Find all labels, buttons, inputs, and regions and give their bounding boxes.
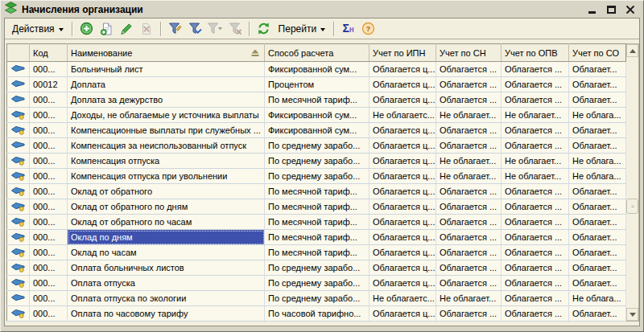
cell-opv[interactable]: Облагается ... bbox=[502, 62, 569, 77]
table-row[interactable]: 000...Больничный листФиксированной сум..… bbox=[7, 62, 626, 77]
cell-opv[interactable]: Облагается ... bbox=[502, 230, 569, 245]
cell-sn[interactable]: Облагается ... bbox=[436, 230, 502, 245]
cell-opv[interactable]: Облагается ... bbox=[502, 199, 569, 215]
scroll-up-button[interactable] bbox=[626, 44, 638, 57]
minimize-button[interactable] bbox=[587, 5, 597, 14]
cell-code[interactable]: 000... bbox=[30, 123, 68, 138]
cell-method[interactable]: Фиксированной сум... bbox=[265, 108, 369, 123]
cell-sn[interactable]: Облагается ... bbox=[436, 276, 502, 291]
cell-so[interactable]: Не облага... bbox=[569, 154, 626, 169]
cell-ipn[interactable]: Облагается ц... bbox=[369, 199, 436, 215]
cell-opv[interactable]: Облагается ... bbox=[502, 123, 569, 138]
cell-code[interactable]: 000... bbox=[30, 199, 68, 215]
cell-code[interactable]: 000... bbox=[30, 92, 68, 108]
cell-sn[interactable]: Облагается ... bbox=[436, 138, 502, 154]
header-opv[interactable]: Учет по ОПВ bbox=[502, 44, 569, 62]
filter-by-value-button[interactable] bbox=[186, 20, 204, 38]
filter-clear-button[interactable] bbox=[226, 20, 245, 38]
cell-so[interactable]: Облагает... bbox=[569, 230, 626, 245]
vertical-scrollbar[interactable] bbox=[626, 43, 639, 322]
cell-name[interactable]: Оклад по дням bbox=[68, 230, 265, 245]
header-ipn[interactable]: Учет по ИПН bbox=[369, 44, 436, 62]
cell-ipn[interactable]: Облагается ц... bbox=[369, 306, 436, 322]
cell-opv[interactable]: Облагается ... bbox=[502, 92, 569, 108]
cell-so[interactable]: Облагает... bbox=[569, 184, 626, 199]
cell-so[interactable]: Облагает... bbox=[569, 199, 626, 215]
cell-ipn[interactable]: Облагается ц... bbox=[369, 215, 436, 230]
cell-method[interactable]: Фиксированной сум... bbox=[265, 123, 369, 138]
cell-sn[interactable]: Облагается ... bbox=[436, 199, 502, 215]
cell-ipn[interactable]: Облагается ц... bbox=[369, 62, 436, 77]
cell-name[interactable]: Оклад от обратного по часам bbox=[68, 215, 265, 230]
cell-sn[interactable]: Облагается ... bbox=[436, 62, 502, 77]
table-row[interactable]: 000...Компенсация отпускаПо среднему зар… bbox=[7, 154, 626, 169]
edit-button[interactable] bbox=[118, 20, 136, 38]
cell-method[interactable]: По среднему зарабо... bbox=[265, 154, 369, 169]
cell-method[interactable]: По месячной тариф... bbox=[265, 230, 369, 245]
cell-opv[interactable]: Облагается ... bbox=[502, 184, 569, 199]
scrollbar-thumb[interactable] bbox=[626, 199, 638, 214]
cell-method[interactable]: Процентом bbox=[265, 77, 369, 92]
sum-totals-button[interactable]: Σн bbox=[339, 20, 357, 38]
actions-button[interactable]: Действия bbox=[8, 22, 68, 36]
cell-name[interactable]: Компенсационные выплаты при служебных ..… bbox=[68, 123, 265, 138]
cell-so[interactable]: Облагает... bbox=[569, 260, 626, 276]
cell-name[interactable]: Компенсация отпуска при увольнении bbox=[68, 169, 265, 184]
table-row[interactable]: 000...Компенсационные выплаты при служеб… bbox=[7, 123, 626, 138]
scrollbar-track[interactable] bbox=[626, 57, 638, 308]
scroll-down-button[interactable] bbox=[626, 308, 638, 321]
header-sn[interactable]: Учет по СН bbox=[436, 44, 502, 62]
cell-so[interactable]: Облагает... bbox=[569, 62, 626, 77]
cell-ipn[interactable]: Облагается ц... bbox=[369, 245, 436, 260]
cell-so[interactable]: Облагает... bbox=[569, 123, 626, 138]
cell-sn[interactable]: Облагается ... bbox=[436, 123, 502, 138]
cell-code[interactable]: 000... bbox=[30, 184, 68, 199]
cell-opv[interactable]: Облагается ... bbox=[502, 215, 569, 230]
cell-code[interactable]: 000... bbox=[30, 169, 68, 184]
cell-so[interactable]: Облагает... bbox=[569, 92, 626, 108]
cell-ipn[interactable]: Облагается ц... bbox=[369, 154, 436, 169]
cell-code[interactable]: 000... bbox=[30, 215, 68, 230]
cell-sn[interactable]: Облагается ... bbox=[436, 245, 502, 260]
cell-ipn[interactable]: Облагается ц... bbox=[369, 77, 436, 92]
table-row[interactable]: 000...Доплата за дежурствоПо месячной та… bbox=[7, 92, 626, 108]
cell-code[interactable]: 00012 bbox=[30, 77, 68, 92]
cell-code[interactable]: 000... bbox=[30, 245, 68, 260]
cell-so[interactable]: Не облага... bbox=[569, 291, 626, 306]
delete-button[interactable] bbox=[138, 20, 156, 38]
cell-method[interactable]: По среднему зарабо... bbox=[265, 260, 369, 276]
cell-method[interactable]: По месячной тариф... bbox=[265, 184, 369, 199]
cell-ipn[interactable]: Облагается ц... bbox=[369, 123, 436, 138]
cell-so[interactable]: Не облага... bbox=[569, 169, 626, 184]
cell-sn[interactable]: Не облагает... bbox=[436, 154, 502, 169]
cell-code[interactable]: 000... bbox=[30, 230, 68, 245]
cell-ipn[interactable]: Облагается ц... bbox=[369, 276, 436, 291]
cell-code[interactable]: 000... bbox=[30, 154, 68, 169]
cell-opv[interactable]: Облагается ... bbox=[502, 77, 569, 92]
cell-name[interactable]: Компенсация за неиспользованный отпуск bbox=[68, 138, 265, 154]
cell-method[interactable]: Фиксированной сум... bbox=[265, 62, 369, 77]
cell-opv[interactable]: Облагается ... bbox=[502, 306, 569, 322]
cell-ipn[interactable]: Облагается ц... bbox=[369, 169, 436, 184]
cell-method[interactable]: По часовой тарифно... bbox=[265, 306, 369, 322]
table-row[interactable]: 000...Доходы, не облагаемые у источника … bbox=[7, 108, 626, 123]
header-method[interactable]: Способ расчета bbox=[265, 44, 369, 62]
cell-sn[interactable]: Не облагает... bbox=[436, 108, 502, 123]
titlebar[interactable]: Начисления организации bbox=[1, 1, 643, 18]
table-row[interactable]: 000...Оклад от обратногоПо месячной тари… bbox=[7, 184, 626, 199]
cell-name[interactable]: Доходы, не облагаемые у источника выплат… bbox=[68, 108, 265, 123]
cell-so[interactable]: Не облага... bbox=[569, 108, 626, 123]
cell-so[interactable]: Облагает... bbox=[569, 77, 626, 92]
cell-method[interactable]: По среднему зарабо... bbox=[265, 291, 369, 306]
cell-sn[interactable]: Не облагает... bbox=[436, 291, 502, 306]
cell-name[interactable]: Доплата за дежурство bbox=[68, 92, 265, 108]
table-row[interactable]: 00012ДоплатаПроцентомОблагается ц...Обла… bbox=[7, 77, 626, 92]
cell-so[interactable]: Облагает... bbox=[569, 215, 626, 230]
table-row[interactable]: 000...Компенсация отпуска при увольнении… bbox=[7, 169, 626, 184]
table-row[interactable]: 000...Оклад по часамПо месячной тариф...… bbox=[7, 245, 626, 260]
cell-name[interactable]: Оплата больничных листов bbox=[68, 260, 265, 276]
add-button[interactable] bbox=[77, 20, 96, 38]
cell-sn[interactable]: Облагается ... bbox=[436, 306, 502, 322]
cell-sn[interactable]: Облагается ... bbox=[436, 77, 502, 92]
cell-ipn[interactable]: Не облагаетс... bbox=[369, 291, 436, 306]
